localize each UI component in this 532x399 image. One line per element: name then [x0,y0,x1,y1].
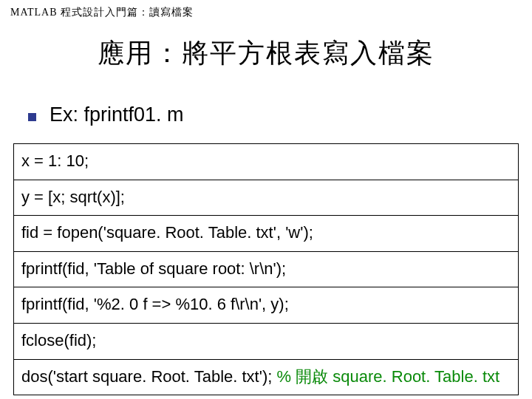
slide-title: 應用：將平方根表寫入檔案 [0,35,532,72]
code-line: fprintf(fid, 'Table of square root: \r\n… [14,252,518,288]
code-line: fprintf(fid, '%2. 0 f => %10. 6 f\r\n', … [14,287,518,324]
code-comment: % 開啟 square. Root. Table. txt [276,367,499,386]
code-line: fid = fopen('square. Root. Table. txt', … [14,216,518,252]
code-box: x = 1: 10; y = [x; sqrt(x)]; fid = fopen… [13,143,519,395]
code-line: x = 1: 10; [14,144,518,180]
subtitle-row: Ex: fprintf01. m [28,103,184,126]
bullet-square-icon [28,113,36,121]
example-label: Ex: fprintf01. m [50,103,184,126]
code-line: y = [x; sqrt(x)]; [14,180,518,216]
code-text: dos('start square. Root. Table. txt'); [21,367,276,386]
code-line: dos('start square. Root. Table. txt'); %… [14,360,518,395]
page-header: MATLAB 程式設計入門篇：讀寫檔案 [10,6,194,19]
code-line: fclose(fid); [14,324,518,360]
